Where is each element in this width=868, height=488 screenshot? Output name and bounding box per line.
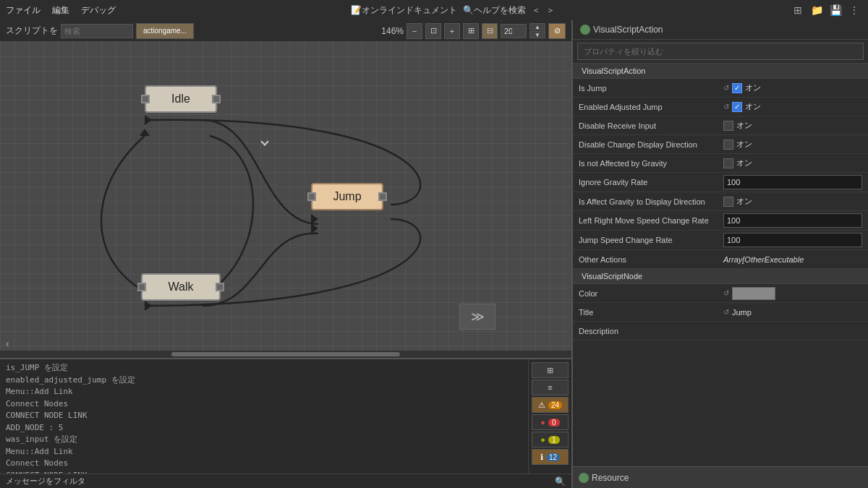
zoom-in-btn[interactable]: + [444,23,460,39]
walk-right-connector[interactable] [216,283,224,291]
menu-debug[interactable]: デバッグ [81,4,116,17]
nav-next-btn[interactable]: ＞ [546,4,555,17]
prop-enabled-adjusted-jump-label: Enabled Adjusted Jump [579,103,723,111]
grid-btn1[interactable]: ⊞ [463,23,479,39]
file-tab[interactable]: actiongame... [136,23,194,39]
svg-marker-4 [140,129,150,136]
log-line: Connect Nodes [6,458,522,470]
log-badge-1-btn[interactable]: ● 1 [532,432,569,448]
prop-other-actions-value: Array[OtherExecutable [723,255,862,264]
jump-right-connector[interactable] [378,192,387,201]
prop-title: Title ↺ Jump [573,303,868,322]
log-line: CONNECT NODE LINK [6,410,522,422]
jump-node[interactable]: Jump [311,183,383,210]
log-search-icon[interactable]: 🔍 [555,476,566,487]
zoom-down-btn[interactable]: ▼ [529,31,545,38]
node-canvas[interactable]: Idle Walk Jump ≫ ‹ [0,42,571,358]
more-icon[interactable]: ⋮ [846,2,862,18]
zoom-out-btn[interactable]: − [407,23,422,39]
color-picker[interactable] [732,287,775,300]
jump-speed-change-input[interactable] [723,233,862,247]
h-scrollbar-thumb[interactable] [171,352,400,356]
lr-move-speed-input[interactable] [723,213,862,228]
badge-1: 1 [548,436,560,444]
menu-file[interactable]: ファイル [6,4,41,17]
jump-node-label: Jump [324,190,370,203]
disable-receive-input-checkbox[interactable] [723,121,733,131]
resource-icon [579,473,589,483]
jump-left-connector[interactable] [307,192,316,201]
left-panel: スクリプトを actiongame... 146% − ⊡ + ⊞ ⊟ ▲ ▼ … [0,20,571,488]
other-actions-value: Array[OtherExecutable [723,255,804,264]
small-icon-box[interactable]: ≫ [459,304,495,330]
online-doc-link[interactable]: 📝オンラインドキュメント [351,4,457,17]
idle-right-connector[interactable] [212,95,221,103]
snap-btn[interactable]: ⊘ [548,23,566,39]
log-badge-0-btn[interactable]: ● 0 [532,414,569,430]
enabled-adjusted-jump-checkbox[interactable] [732,102,742,112]
enabled-adjusted-jump-reset[interactable]: ↺ [723,103,729,111]
disable-change-display-checkbox[interactable] [723,140,733,150]
resource-label: Resource [592,473,629,483]
not-affected-gravity-on-label: オン [736,158,752,168]
walk-node[interactable]: Walk [141,273,221,301]
walk-left-connector[interactable] [137,283,146,291]
ignore-gravity-rate-input[interactable] [723,175,862,189]
log-line: ADD_NODE : 5 [6,422,522,435]
log-line: Menu::Add Link [6,386,522,398]
menu-edit[interactable]: 編集 [52,4,69,17]
prop-other-actions-label: Other Actions [579,255,723,264]
scroll-left-arrow[interactable]: ‹ [6,338,9,349]
log-line: was_input を設定 [6,434,522,446]
prop-affect-gravity-display: Is Affect Gravity to Display Direction オ… [573,192,868,211]
small-icon: ≫ [471,309,485,325]
h-scrollbar[interactable] [0,351,571,358]
log-badge-12-btn[interactable]: ℹ 12 [532,449,569,465]
disable-receive-input-on-label: オン [736,120,752,131]
prop-other-actions: Other Actions Array[OtherExecutable [573,250,868,269]
prop-disable-change-display: Disable Change Display Direction オン [573,135,868,154]
prop-disable-change-display-label: Disable Change Display Direction [579,140,723,149]
disable-change-display-on-label: オン [736,139,752,150]
grid-btn2[interactable]: ⊟ [482,23,498,39]
help-search-link[interactable]: 🔍ヘルプを検索 [463,4,526,17]
log-list-btn[interactable]: ≡ [532,380,569,395]
load-icon[interactable]: 📁 [809,2,825,18]
prop-is-jump: Is Jump ↺ オン [573,79,868,98]
zoom-up-btn[interactable]: ▲ [529,23,545,30]
log-badge-24-btn[interactable]: ⚠ 24 [532,397,569,413]
log-copy-btn[interactable]: ⊞ [532,362,569,378]
walk-node-label: Walk [154,281,208,294]
enabled-adjusted-jump-on-label: オン [745,101,761,112]
affect-gravity-display-checkbox[interactable] [723,197,733,207]
log-line: Connect Nodes [6,398,522,411]
file-name: actiongame... [143,27,187,35]
prop-not-affected-gravity-value: オン [723,158,862,168]
zoom-fit-btn[interactable]: ⊡ [425,23,441,39]
svg-marker-2 [145,115,152,125]
is-jump-reset[interactable]: ↺ [723,84,729,92]
is-jump-checkbox[interactable] [732,83,742,93]
prop-ignore-gravity-rate-label: Ignore Gravity Rate [579,178,723,187]
idle-node[interactable]: Idle [145,85,217,113]
color-reset[interactable]: ↺ [723,289,729,297]
is-jump-on-label: オン [745,82,761,93]
prop-ignore-gravity-rate: Ignore Gravity Rate [573,173,868,192]
scripts-search-input[interactable] [61,24,133,38]
prop-color-label: Color [579,289,723,298]
error-circle-icon: ● [540,418,545,427]
log-panel: is_JUMP を設定 enabled_adjusted_jump を設定 Me… [0,358,571,488]
idle-left-connector[interactable] [141,95,150,103]
export-icon[interactable]: 💾 [827,2,843,18]
cursor [260,137,268,145]
warn-circle-icon: ● [540,435,545,444]
not-affected-gravity-checkbox[interactable] [723,158,733,168]
property-filter-input[interactable] [577,43,864,60]
nav-prev-btn[interactable]: ＜ [532,4,540,17]
prop-title-value: ↺ Jump [723,308,862,317]
zoom-value-input[interactable] [501,24,527,38]
error-icon: ⚠ [538,401,545,410]
prop-enabled-adjusted-jump: Enabled Adjusted Jump ↺ オン [573,98,868,116]
title-reset[interactable]: ↺ [723,308,729,316]
save-icon[interactable]: ⊞ [790,2,806,18]
